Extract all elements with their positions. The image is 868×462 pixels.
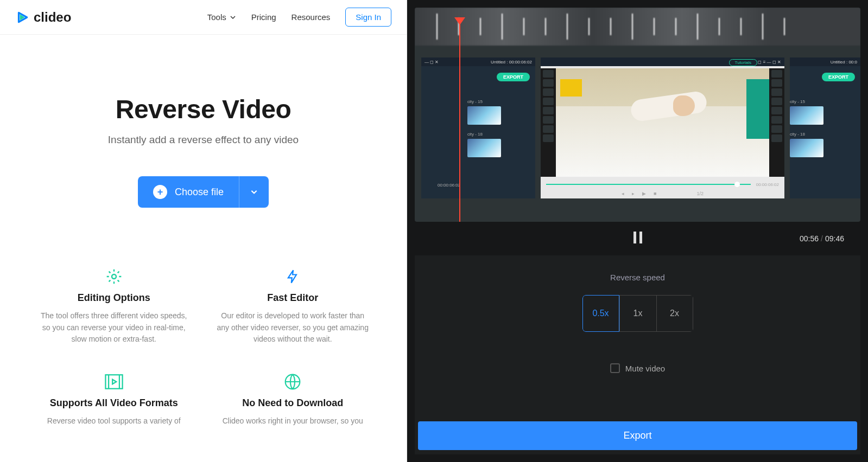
signin-button[interactable]: Sign In <box>345 8 391 27</box>
feature-desc: Our editor is developed to work faster t… <box>212 310 375 345</box>
tutorials-badge: Tutorials <box>729 59 757 66</box>
export-badge: EXPORT <box>497 73 530 81</box>
pause-icon <box>632 232 643 243</box>
feature-title: Fast Editor <box>212 292 375 304</box>
feature-desc: Reverse video tool supports a variety of <box>33 415 195 427</box>
stop-icon[interactable]: ■ <box>654 191 656 196</box>
export-button[interactable]: Export <box>418 421 857 450</box>
page-title: Reverse Video <box>0 94 407 124</box>
playhead-marker[interactable] <box>459 17 460 222</box>
bolt-icon <box>285 267 300 286</box>
nav-resources[interactable]: Resources <box>292 12 331 22</box>
play-icon[interactable]: ▶ <box>642 191 646 196</box>
feature-title: No Need to Download <box>212 397 375 409</box>
chevron-down-icon <box>230 14 236 21</box>
globe-icon <box>284 373 301 390</box>
chevron-down-icon <box>250 188 258 196</box>
speed-0-5x[interactable]: 0.5x <box>582 295 619 332</box>
prev-icon[interactable]: ◂ <box>622 191 624 196</box>
brand-name: clideo <box>34 10 71 25</box>
reverse-speed-label: Reverse speed <box>610 273 665 282</box>
choose-file-dropdown[interactable] <box>239 176 269 208</box>
gear-icon <box>105 268 123 285</box>
speed-2x[interactable]: 2x <box>656 295 693 332</box>
feature-title: Editing Options <box>33 292 195 304</box>
time-display: 00:56/09:46 <box>800 234 844 243</box>
svg-rect-4 <box>639 232 642 243</box>
speed-1x[interactable]: 1x <box>619 295 656 332</box>
next-icon[interactable]: ▸ <box>632 191 635 196</box>
svg-rect-3 <box>633 232 636 243</box>
export-badge: EXPORT <box>822 73 855 81</box>
pause-button[interactable] <box>632 232 643 246</box>
feature-formats: Supports All Video Formats Reverse video… <box>33 373 195 427</box>
feature-editing-options: Editing Options The tool offers three di… <box>33 267 195 345</box>
play-logo-icon <box>15 10 29 24</box>
feature-no-download: No Need to Download Clideo works right i… <box>212 373 375 427</box>
mute-checkbox[interactable] <box>610 363 620 373</box>
video-frame-icon <box>105 374 123 390</box>
header: clideo Tools Pricing Resources Sign In <box>0 0 407 35</box>
speed-options: 0.5x 1x 2x <box>582 295 693 332</box>
choose-file-button[interactable]: + Choose file <box>138 176 239 208</box>
nav-pricing[interactable]: Pricing <box>251 12 276 22</box>
feature-title: Supports All Video Formats <box>33 397 195 409</box>
feature-desc: Clideo works right in your browser, so y… <box>212 415 375 427</box>
mute-label: Mute video <box>625 364 665 373</box>
nav-tools[interactable]: Tools <box>207 12 236 22</box>
video-preview[interactable]: — ◻ ✕Untitled : 00:00:06:02 EXPORT city … <box>415 8 860 222</box>
logo[interactable]: clideo <box>15 10 71 25</box>
page-subtitle: Instantly add a reverse effect to any vi… <box>0 134 407 146</box>
svg-point-0 <box>112 274 116 279</box>
feature-fast-editor: Fast Editor Our editor is developed to w… <box>212 267 375 345</box>
feature-desc: The tool offers three different video sp… <box>33 310 195 345</box>
plus-icon: + <box>153 185 167 199</box>
